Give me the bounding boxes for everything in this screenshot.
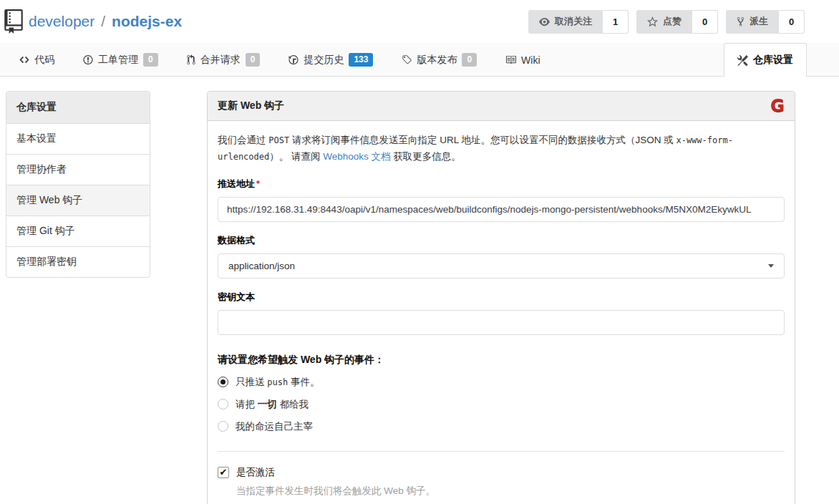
radio-row-custom-events: 我的命运自己主宰 [218,420,785,433]
payload-url-label-text: 推送地址 [218,178,255,189]
star-button[interactable]: 点赞 [636,10,692,34]
secret-label: 密钥文本 [218,291,785,304]
tab-releases[interactable]: 版本发布 0 [402,43,477,77]
repo-tab-bar: 代码 工单管理 0 合并请求 0 提交历史 133 版本发布 0 Wiki [0,43,839,77]
watchers-count[interactable]: 1 [603,10,629,34]
tab-pull-requests[interactable]: 合并请求 0 [187,43,261,77]
push-events-radio[interactable] [218,377,228,387]
tab-settings-label: 仓库设置 [753,54,793,67]
webhook-panel: 更新 Web 钩子 G 我们会通过 POST 请求将订阅事件信息发送至向指定 U… [207,91,795,504]
description-text: ）。 请查阅 [269,151,323,162]
chevron-down-icon [768,264,774,268]
tag-icon [402,54,412,65]
sidebar-item-webhooks[interactable]: 管理 Web 钩子 [6,185,150,215]
tab-issues[interactable]: 工单管理 0 [83,43,158,77]
content-type-value: application/json [228,261,295,271]
sidebar-item-git-hooks[interactable]: 管理 Git 钩子 [6,215,150,246]
breadcrumb: developer / nodejs-ex [29,13,182,30]
code-icon [19,54,29,65]
custom-events-radio[interactable] [218,421,228,432]
star-button-group: 点赞 0 [636,10,718,34]
payload-url-label: 推送地址* [218,178,785,190]
radio-row-push-events: 只推送 push 事件。 [218,376,785,389]
description-text: 请求将订阅事件信息发送至向指定 URL 地址。您可以设置不同的数据接收方式（JS… [289,135,676,145]
commits-count-badge: 133 [349,53,373,66]
history-icon [288,54,299,65]
repo-book-icon [4,9,23,34]
tools-icon [737,55,748,66]
issue-icon [83,54,93,65]
tab-commits-label: 提交历史 [304,54,344,67]
panel-body: 我们会通过 POST 请求将订阅事件信息发送至向指定 URL 地址。您可以设置不… [208,121,795,504]
content-type-label: 数据格式 [218,234,785,247]
radio-push-post: 事件。 [288,377,319,387]
all-events-radio[interactable] [218,399,228,410]
book-icon [505,54,516,65]
custom-events-radio-label: 我的命运自己主宰 [236,420,313,433]
forks-count[interactable]: 0 [779,10,805,34]
radio-push-code: push [267,377,288,387]
radio-push-pre: 只推送 [236,377,267,387]
repo-header: developer / nodejs-ex 取消关注 1 点赞 0 [0,0,839,43]
sidebar-item-deploy-keys[interactable]: 管理部署密钥 [6,246,150,277]
star-icon [647,16,658,27]
payload-url-input[interactable] [218,197,785,222]
description-text: 获取更多信息。 [391,151,461,162]
breadcrumb-owner-link[interactable]: developer [29,13,94,30]
tab-code[interactable]: 代码 [19,43,54,77]
tab-wiki-label: Wiki [521,54,540,66]
breadcrumb-repo-link[interactable]: nodejs-ex [112,13,182,30]
pull-request-icon [187,54,195,65]
post-method-text: POST [268,135,289,145]
settings-sidebar: 仓库设置 基本设置 管理协作者 管理 Web 钩子 管理 Git 钩子 管理部署… [6,91,150,278]
gogs-logo-icon: G [770,97,785,115]
required-asterisk: * [256,178,260,189]
tab-code-label: 代码 [34,54,54,67]
repo-actions: 取消关注 1 点赞 0 派生 0 [528,10,805,34]
description-text: 我们会通过 [218,135,268,145]
panel-header: 更新 Web 钩子 G [208,92,795,121]
fork-button-label: 派生 [750,15,768,28]
webhooks-docs-link[interactable]: Webhooks 文档 [323,151,390,162]
panel-title: 更新 Web 钩子 [218,100,284,112]
active-checkbox-row: ✔ 是否激活 [218,466,785,479]
content-type-select[interactable]: application/json [218,253,785,278]
releases-count-badge: 0 [462,53,477,66]
radio-all-bold: 一切 [258,399,277,410]
all-events-radio-label: 请把 一切 都给我 [236,398,309,411]
active-checkbox[interactable]: ✔ [218,467,229,478]
tab-wiki[interactable]: Wiki [505,43,540,77]
pull-requests-count-badge: 0 [246,53,261,66]
push-events-radio-label: 只推送 push 事件。 [236,376,319,389]
settings-content: 仓库设置 基本设置 管理协作者 管理 Web 钩子 管理 Git 钩子 管理部署… [0,77,839,504]
events-heading: 请设置您希望触发 Web 钩子的事件： [218,354,785,367]
radio-all-post: 都给我 [277,399,309,410]
radio-row-all-events: 请把 一切 都给我 [218,398,785,411]
sidebar-item-collaborators[interactable]: 管理协作者 [6,154,150,185]
unwatch-button[interactable]: 取消关注 [528,10,603,34]
watch-button-group: 取消关注 1 [528,10,629,34]
sidebar-item-basic-settings[interactable]: 基本设置 [6,123,150,154]
active-help-text: 当指定事件发生时我们将会触发此 Web 钩子。 [236,485,785,498]
active-checkbox-label: 是否激活 [236,466,275,479]
radio-all-pre: 请把 [236,399,258,410]
tab-issues-label: 工单管理 [98,54,138,67]
unwatch-button-label: 取消关注 [555,15,592,28]
tab-pull-requests-label: 合并请求 [200,54,241,67]
tab-settings[interactable]: 仓库设置 [724,43,807,77]
stars-count[interactable]: 0 [692,10,718,34]
webhook-description: 我们会通过 POST 请求将订阅事件信息发送至向指定 URL 地址。您可以设置不… [218,132,785,165]
secret-input[interactable] [218,310,785,335]
tab-commits[interactable]: 提交历史 133 [288,43,373,77]
tab-releases-label: 版本发布 [417,54,457,67]
fork-button-group: 派生 0 [726,10,805,34]
star-button-label: 点赞 [663,15,682,28]
issues-count-badge: 0 [143,53,158,66]
section-divider [218,451,785,452]
sidebar-title: 仓库设置 [6,92,150,123]
breadcrumb-separator: / [101,13,105,30]
eye-icon [539,16,550,27]
fork-icon [737,16,745,27]
fork-button[interactable]: 派生 [726,10,779,34]
